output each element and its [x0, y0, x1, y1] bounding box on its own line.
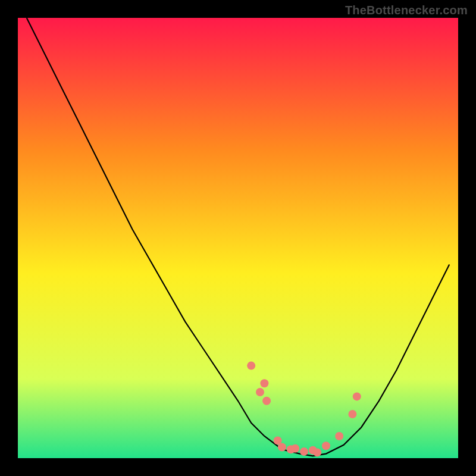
- marker-point: [313, 448, 321, 456]
- marker-point: [260, 379, 268, 387]
- chart-frame: TheBottlenecker.com: [0, 0, 476, 476]
- gradient-background: [18, 18, 458, 458]
- marker-point: [256, 388, 264, 396]
- marker-point: [262, 397, 271, 405]
- marker-point: [335, 432, 343, 440]
- chart-svg: [18, 18, 458, 458]
- marker-point: [353, 392, 361, 400]
- marker-point: [278, 443, 286, 452]
- marker-point: [300, 447, 308, 456]
- marker-point: [291, 444, 299, 453]
- plot-area: [18, 18, 458, 458]
- watermark-text: TheBottlenecker.com: [345, 4, 468, 17]
- marker-point: [348, 410, 356, 418]
- marker-point: [322, 441, 330, 450]
- marker-point: [247, 362, 255, 370]
